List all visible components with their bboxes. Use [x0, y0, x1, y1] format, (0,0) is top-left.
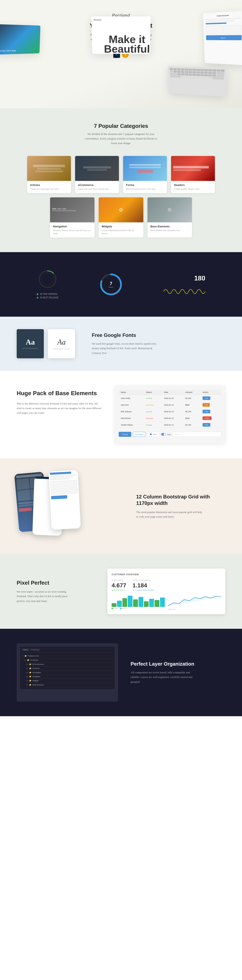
category-sub-forms: The best forms you've ever seen	[126, 188, 164, 191]
category-card-forms[interactable]: Forms The best forms you've ever seen	[123, 156, 167, 193]
fonts-section: Aa MONTSERRAT Aa CRIMSON TEXT Free Googl…	[0, 317, 242, 371]
categories-grid-row1: Articles Create any blog page you wish e…	[27, 156, 215, 193]
stats-section: IN THIS VERSION IN NEXT RELEASE 7 DAYS 1…	[0, 252, 242, 317]
pixel-section-title: Pixel Perfect	[17, 580, 95, 586]
customer-charts: Series A Series B Daily trends	[112, 594, 221, 610]
category-info-ecommerce: eCommerce Open your own shop and get ric…	[75, 181, 119, 193]
category-name-headers: Headers	[174, 183, 212, 186]
layer-item-navigation: ▶ 📁 Navigation	[27, 675, 113, 679]
hero-keyboard-mockup	[168, 66, 227, 97]
font-label-montserrat: MONTSERRAT	[22, 347, 38, 349]
bar-9	[155, 600, 159, 607]
customer-overview-menu[interactable]: ···	[218, 573, 221, 576]
category-card-ecommerce[interactable]: eCommerce Open your own shop and get ric…	[75, 156, 119, 193]
category-name-ecommerce: eCommerce	[78, 183, 116, 186]
line-chart-container: Daily trends	[168, 594, 221, 610]
category-card-articles[interactable]: Articles Create any blog page you wish	[27, 156, 71, 193]
layer-item-articles: ▼ 📁 01 Articles	[24, 658, 113, 662]
line-chart-label: Daily trends	[168, 609, 221, 610]
categories-title: 7 Popular Categories	[17, 123, 225, 129]
pixel-mockup: CUSTOMER OVERVIEW ··· OPEN LEADS 4.677 ▲…	[107, 569, 225, 614]
category-info-base: Base Elements Most helpful base elements…	[147, 222, 192, 234]
stats-donut-block: 7 DAYS	[98, 272, 123, 297]
table-row: Alice Brown ● Inactive 2024-01-12 $450 D…	[119, 415, 221, 422]
category-info-widgets: Widgets Create something beautiful with …	[99, 222, 143, 238]
bar-7	[144, 601, 149, 607]
category-img-base: ⚙	[147, 197, 192, 222]
layer-item-base-elements: ▶ 📁 Base Elements	[27, 683, 113, 687]
bar-5	[133, 600, 138, 607]
base-elements-section: Huge Pack of Base Elements This is the d…	[0, 371, 242, 458]
hero-description: Portland – perfect, elegant and bright U…	[90, 32, 152, 46]
categories-description: We divided all the elements into 7 popul…	[83, 132, 159, 146]
wave-chart-svg	[163, 284, 205, 294]
category-img-articles	[27, 156, 71, 181]
category-card-navigation[interactable]: Navigation Headers, footers, menus and a…	[50, 197, 95, 238]
category-name-forms: Forms	[126, 183, 164, 186]
layer-item-widgets: ▶ 📁 Widgets	[27, 679, 113, 683]
font-label-crimson: CRIMSON TEXT	[53, 348, 70, 350]
photoshop-badge: Ps	[113, 51, 120, 58]
stats-dots-block: IN THIS VERSION IN NEXT RELEASE	[37, 269, 58, 300]
layer-tree: ▼ 📁 Portland UI Kit ▼ 📁 01 Articles ▶ 📁 …	[22, 654, 113, 687]
bar-3	[122, 598, 127, 607]
base-mockup: Name Status Date Amount Action John Smit…	[115, 385, 225, 444]
donut-number: 7	[109, 281, 113, 286]
bar-10	[160, 598, 165, 607]
category-img-forms	[123, 156, 167, 181]
donut-label: 7 DAYS	[109, 281, 113, 288]
pixel-perfect-section: Pixel Perfect We were super - accurate a…	[0, 554, 242, 629]
stat-legend-item-next: IN NEXT RELEASE	[37, 296, 58, 299]
open-leads-value: 4.677	[112, 582, 126, 589]
category-name-widgets: Widgets	[102, 225, 140, 228]
category-info-articles: Articles Create any blog page you wish	[27, 181, 71, 193]
pixel-info: Pixel Perfect We were super - accurate a…	[17, 580, 95, 603]
wave-number: 180	[163, 274, 205, 282]
bar-1	[112, 603, 116, 607]
categories-grid-row2: Navigation Headers, footers, menus and a…	[50, 197, 192, 238]
category-card-base[interactable]: ⚙ Base Elements Most helpful base elemen…	[147, 197, 192, 238]
grid-phone-3	[49, 470, 81, 530]
category-card-headers[interactable]: Headers 8 High quality header cards	[171, 156, 215, 193]
layer-item-forms: ▶ 📁 03 Forms	[27, 667, 113, 671]
customer-overview-header: CUSTOMER OVERVIEW ···	[112, 573, 221, 576]
table-header-name: Name	[119, 390, 144, 395]
table-row: John Smith ● Active 2024-01-15 $1,200 Vi…	[119, 395, 221, 401]
bar-chart-container: Series A Series B	[112, 594, 165, 610]
stat-open-leads: OPEN LEADS 4.677 ▲ 18 A 48 B 24 C	[112, 579, 126, 591]
base-info: Huge Pack of Base Elements This is the d…	[17, 385, 102, 415]
base-section-desc: This is the difference between Portland …	[17, 401, 102, 415]
stat-total-converted: TOTAL CONVERTED 1.184 ▲ 12 lines 48 item…	[133, 579, 154, 591]
category-card-widgets[interactable]: ✿ Widgets Create something beautiful wit…	[99, 197, 143, 238]
table-row: Bob Johnson ● Active 2024-01-13 $2,100 V…	[119, 409, 221, 415]
category-info-forms: Forms The best forms you've ever seen	[123, 181, 167, 193]
table-header-action: Action	[201, 390, 221, 395]
donut-unit: DAYS	[109, 286, 113, 288]
table-header-status: Status	[144, 390, 162, 395]
font-card-crimson: Aa CRIMSON TEXT	[48, 329, 75, 358]
base-ui-elements: Primary Secondary Check Toggle Search...	[119, 432, 221, 437]
bar-2	[117, 601, 122, 607]
fonts-info: Free Google Fonts We used free google fo…	[92, 332, 225, 355]
layer-item-ecommerce: ▶ 📁 02 eCommerce	[27, 662, 113, 667]
bar-4	[128, 596, 133, 607]
stats-wave-block: 180	[163, 274, 205, 294]
fonts-section-desc: We used free google fonts, so you don't …	[92, 342, 159, 355]
font-sample-montserrat: Aa	[26, 338, 35, 346]
bar-6	[138, 597, 143, 607]
layers-panel: Layers Properties ▼ 📁 Portland UI Kit ▼ …	[20, 647, 115, 689]
categories-section: 7 Popular Categories We divided all the …	[0, 108, 242, 252]
total-converted-label: TOTAL CONVERTED	[133, 579, 154, 581]
category-info-navigation: Navigation Headers, footers, menus and a…	[50, 222, 95, 238]
grid-info: 12 Column Bootstrap Grid with 1170px wid…	[136, 493, 225, 519]
category-img-navigation	[50, 197, 95, 222]
legend-dot-blue	[37, 297, 38, 299]
fonts-preview: Aa MONTSERRAT Aa CRIMSON TEXT	[17, 329, 75, 358]
font-sample-crimson: Aa	[58, 338, 66, 347]
hero-badges: Ps ◈	[4, 51, 238, 58]
category-img-widgets: ✿	[99, 197, 143, 222]
category-sub-widgets: Create something beautiful with 42 block…	[102, 229, 140, 235]
table-header-amount: Amount	[184, 390, 200, 395]
bar-chart	[112, 594, 165, 607]
legend-label-current: IN THIS VERSION	[40, 293, 58, 295]
